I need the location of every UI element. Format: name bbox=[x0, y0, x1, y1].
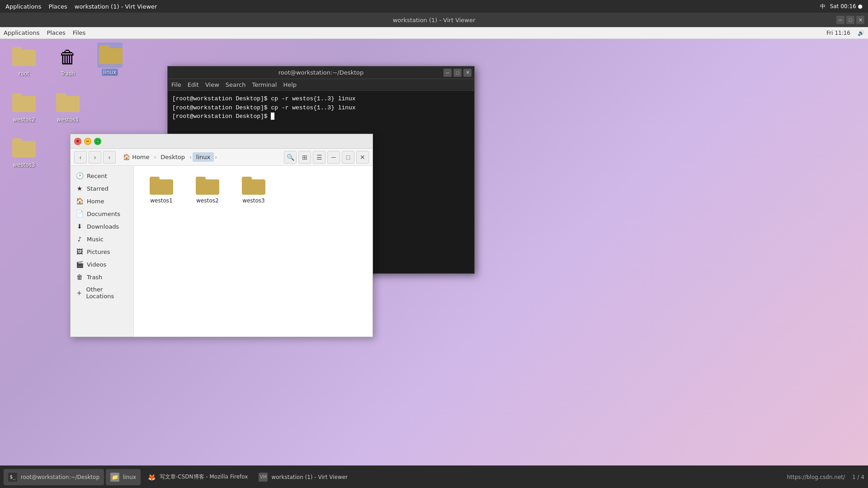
westos3-label: westos3 bbox=[13, 162, 35, 168]
fm-minimize-button[interactable]: ─ bbox=[84, 138, 91, 145]
fm-folder-westos3[interactable]: westos3 bbox=[233, 173, 274, 206]
sidebar-item-home[interactable]: 🏠 Home bbox=[71, 195, 133, 207]
sidebar-other-label: Other Locations bbox=[86, 286, 128, 300]
desktop-icon-westos2[interactable]: westos2 bbox=[4, 89, 44, 125]
term-view-menu[interactable]: View bbox=[205, 81, 219, 88]
sidebar-item-music[interactable]: ♪ Music bbox=[71, 233, 133, 245]
sidebar-item-videos[interactable]: 🎬 Videos bbox=[71, 258, 133, 271]
fm-close-button[interactable]: ✕ bbox=[74, 138, 81, 145]
virt-minimize-button[interactable]: ─ bbox=[836, 16, 844, 24]
fm-minimize-toolbar-button[interactable]: ─ bbox=[327, 151, 340, 164]
fm-folder-westos2[interactable]: westos2 bbox=[187, 173, 228, 206]
fm-breadcrumb-home[interactable]: 🏠 Home bbox=[119, 152, 153, 162]
fm-maximize-button[interactable]: □ bbox=[94, 138, 101, 145]
sidebar-item-documents[interactable]: 📄 Documents bbox=[71, 207, 133, 220]
system-bar: Applications Places workstation (1) - Vi… bbox=[0, 0, 868, 13]
trash-icon: 🗑 bbox=[76, 273, 83, 281]
fm-up-button[interactable]: ‹ bbox=[103, 151, 116, 164]
taskbar: $_ root@workstation:~/Desktop 📁 linux 🦊 … bbox=[0, 465, 868, 488]
guest-apps-menu[interactable]: Applications bbox=[4, 29, 39, 36]
other-locations-icon: + bbox=[76, 289, 82, 296]
terminal-content[interactable]: [root@workstation Desktop]$ cp -r westos… bbox=[168, 91, 474, 125]
desktop-icon-root[interactable]: root bbox=[4, 42, 44, 79]
fm-breadcrumb-desktop[interactable]: Desktop bbox=[157, 152, 189, 162]
westos1-folder-icon bbox=[55, 90, 80, 116]
downloads-icon: ⬇ bbox=[76, 223, 83, 230]
fm-maximize-toolbar-button[interactable]: □ bbox=[342, 151, 354, 164]
terminal-menubar: File Edit View Search Terminal Help bbox=[168, 79, 474, 91]
terminal-line-3: [root@workstation Desktop]$ bbox=[172, 112, 470, 121]
fm-sidebar: 🕐 Recent ★ Starred 🏠 Home 📄 Documents ⬇ bbox=[71, 166, 134, 337]
fm-back-button[interactable]: ‹ bbox=[74, 151, 87, 164]
fm-titlebar: ✕ ─ □ bbox=[71, 134, 373, 149]
virt-taskbar-icon: VM bbox=[259, 473, 268, 482]
westos2-fm-icon bbox=[196, 176, 219, 196]
system-title: workstation (1) - Virt Viewer bbox=[75, 3, 157, 10]
desktop-icon-westos3[interactable]: westos3 bbox=[4, 134, 44, 170]
star-icon: ★ bbox=[76, 185, 83, 192]
fm-toolbar: ‹ › ‹ 🏠 Home › Desktop › linux › 🔍 ⊞ ☰ ─… bbox=[71, 149, 373, 166]
music-icon: ♪ bbox=[76, 235, 83, 243]
sidebar-pictures-label: Pictures bbox=[87, 249, 110, 255]
documents-icon: 📄 bbox=[76, 210, 83, 217]
fm-folder-westos1[interactable]: westos1 bbox=[141, 173, 182, 206]
sidebar-trash-label: Trash bbox=[87, 274, 102, 281]
home-icon: 🏠 bbox=[76, 197, 83, 205]
westos2-label: westos2 bbox=[13, 117, 35, 123]
fm-toolbar-right: 🔍 ⊞ ☰ ─ □ ✕ bbox=[284, 151, 369, 164]
pictures-icon: 🖼 bbox=[76, 248, 83, 255]
term-help-menu[interactable]: Help bbox=[283, 81, 297, 88]
sidebar-videos-label: Videos bbox=[87, 261, 106, 268]
fm-breadcrumb-linux[interactable]: linux bbox=[193, 152, 214, 162]
folder-taskbar-icon: 📁 bbox=[110, 473, 119, 482]
virt-menubar: Applications Places Files Fri 11:16 🔊 bbox=[0, 27, 868, 39]
sidebar-item-recent[interactable]: 🕐 Recent bbox=[71, 169, 133, 182]
terminal-close-button[interactable]: ✕ bbox=[463, 69, 472, 77]
sidebar-item-pictures[interactable]: 🖼 Pictures bbox=[71, 245, 133, 258]
trash-folder-icon: 🗑 bbox=[55, 44, 80, 70]
westos3-fm-icon bbox=[242, 176, 265, 196]
terminal-minimize-button[interactable]: ─ bbox=[443, 69, 452, 77]
system-places-menu[interactable]: Places bbox=[48, 3, 67, 10]
fm-search-button[interactable]: 🔍 bbox=[284, 151, 297, 164]
guest-time: Fri 11:16 bbox=[826, 30, 850, 36]
sidebar-item-other-locations[interactable]: + Other Locations bbox=[71, 283, 133, 302]
terminal-titlebar: root@workstation:~/Desktop ─ □ ✕ bbox=[168, 66, 474, 79]
term-edit-menu[interactable]: Edit bbox=[188, 81, 199, 88]
fm-list-view-button[interactable]: ☰ bbox=[313, 151, 326, 164]
term-file-menu[interactable]: File bbox=[171, 81, 181, 88]
virt-close-button[interactable]: ✕ bbox=[856, 16, 864, 24]
taskbar-virt-viewer[interactable]: VM workstation (1) - Virt Viewer bbox=[254, 469, 352, 485]
taskbar-linux-folder[interactable]: 📁 linux bbox=[106, 469, 141, 485]
guest-files-menu[interactable]: Files bbox=[73, 29, 86, 36]
fm-grid-view-button[interactable]: ⊞ bbox=[298, 151, 311, 164]
westos2-fm-label: westos2 bbox=[196, 197, 218, 204]
desktop-icon-westos1[interactable]: westos1 bbox=[47, 89, 88, 125]
sidebar-downloads-label: Downloads bbox=[87, 223, 119, 230]
taskbar-firefox[interactable]: 🦊 写文章-CSDN博客 - Mozilla Firefox bbox=[142, 469, 252, 485]
guest-places-menu[interactable]: Places bbox=[47, 29, 65, 36]
sidebar-documents-label: Documents bbox=[87, 211, 120, 217]
sidebar-item-starred[interactable]: ★ Starred bbox=[71, 182, 133, 195]
fm-body: 🕐 Recent ★ Starred 🏠 Home 📄 Documents ⬇ bbox=[71, 166, 373, 337]
term-search-menu[interactable]: Search bbox=[226, 81, 246, 88]
root-label: root bbox=[19, 70, 29, 77]
system-apps-menu[interactable]: Applications bbox=[5, 3, 41, 10]
term-terminal-menu[interactable]: Terminal bbox=[252, 81, 277, 88]
fm-close-toolbar-button[interactable]: ✕ bbox=[356, 151, 369, 164]
terminal-taskbar-icon: $_ bbox=[8, 473, 17, 482]
desktop-icon-trash[interactable]: 🗑 Trash bbox=[47, 42, 88, 79]
desktop-icon-linux[interactable]: linux bbox=[90, 41, 130, 78]
fm-forward-button[interactable]: › bbox=[89, 151, 101, 164]
virt-maximize-button[interactable]: □ bbox=[846, 16, 854, 24]
terminal-maximize-button[interactable]: □ bbox=[453, 69, 462, 77]
taskbar-linux-label: linux bbox=[123, 474, 136, 480]
sidebar-home-label: Home bbox=[87, 198, 104, 205]
guest-volume-icon: 🔊 bbox=[858, 30, 864, 36]
system-datetime: Sat 00:16 ● bbox=[830, 3, 863, 9]
sidebar-item-downloads[interactable]: ⬇ Downloads bbox=[71, 220, 133, 233]
sidebar-item-trash[interactable]: 🗑 Trash bbox=[71, 271, 133, 283]
system-bar-left: Applications Places workstation (1) - Vi… bbox=[5, 3, 157, 10]
taskbar-terminal[interactable]: $_ root@workstation:~/Desktop bbox=[4, 469, 104, 485]
fm-breadcrumb: 🏠 Home › Desktop › linux › bbox=[119, 152, 217, 162]
